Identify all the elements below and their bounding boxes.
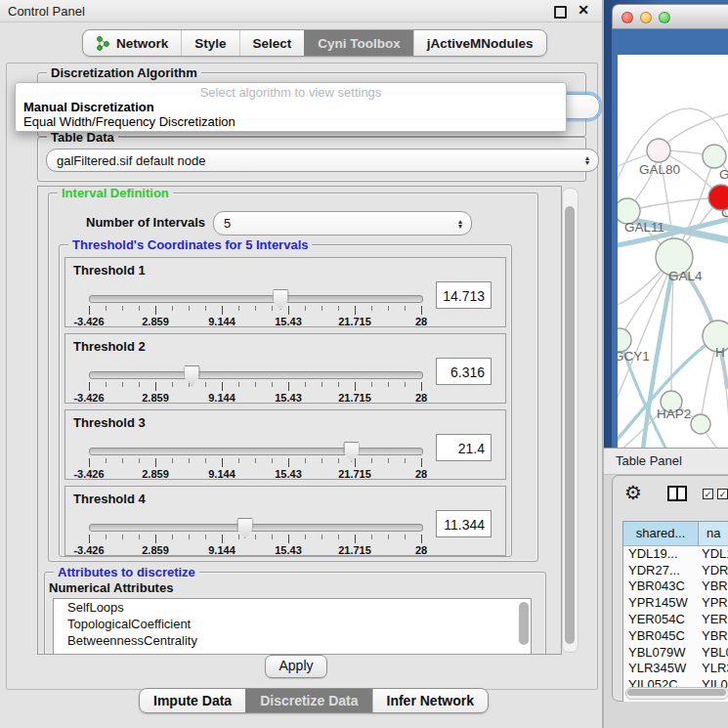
cell-shared-name[interactable]: YBR043C <box>623 578 698 593</box>
cell-shared-name[interactable]: YPR145W <box>623 595 698 610</box>
tick-mark <box>272 382 273 387</box>
tick-mark <box>255 535 256 539</box>
cell-name[interactable]: YDL1 <box>698 546 728 561</box>
dropdown-option-equal-width-frequency[interactable]: Equal Width/Frequency Discretization <box>16 114 566 129</box>
network-node-label: GAL4 <box>668 269 703 283</box>
tick-mark <box>122 458 123 463</box>
content-scrollbar[interactable] <box>562 188 578 653</box>
tab-infer-network[interactable]: Infer Network <box>372 689 488 712</box>
threshold-slider[interactable]: -3.4262.8599.14415.4321.71528 <box>89 518 421 553</box>
slider-ticks <box>89 535 421 543</box>
threshold-value-field[interactable]: 6.316 <box>436 358 492 385</box>
cell-name[interactable]: YBR0 <box>698 578 728 593</box>
control-panel: Control Panel ✕ Network Style Select Cyn… <box>0 0 602 728</box>
threshold-slider[interactable]: -3.4262.8599.14415.4321.71528 <box>89 365 421 401</box>
attribute-item[interactable]: SelfLoops <box>54 599 531 616</box>
table-row[interactable]: YPR145WYPR1 <box>623 594 728 611</box>
tick-label: -3.426 <box>73 468 104 480</box>
numerical-attributes-list[interactable]: SelfLoopsTopologicalCoefficientBetweenne… <box>53 598 532 655</box>
cell-name[interactable]: YER0 <box>698 612 728 626</box>
network-node[interactable] <box>703 145 726 168</box>
list-scrollbar[interactable] <box>519 602 529 645</box>
minimize-traffic-light-icon[interactable] <box>640 12 652 23</box>
zoom-traffic-light-icon[interactable] <box>659 12 670 23</box>
tab-discretize-data[interactable]: Discretize Data <box>245 689 371 712</box>
threshold-value-field[interactable]: 21.4 <box>436 434 492 461</box>
tick-mark <box>106 382 107 387</box>
interval-definition-group: Interval Definition Number of Intervals … <box>48 193 538 562</box>
cell-shared-name[interactable]: YDR27... <box>623 563 698 578</box>
spinner-arrows-icon[interactable]: ▴▾ <box>458 219 462 229</box>
threshold-value-field[interactable]: 14.713 <box>436 281 492 309</box>
bottom-tab-strip: Impute Data Discretize Data Infer Networ… <box>139 688 489 713</box>
tab-select[interactable]: Select <box>239 30 305 56</box>
network-canvas[interactable]: GAL80GACGAL11GAL4GCY1HHAP2 <box>618 55 728 463</box>
cell-name[interactable]: YBL0 <box>698 645 728 660</box>
tick-label: -3.426 <box>73 316 104 327</box>
table-row[interactable]: YBR043CYBR0 <box>623 578 728 595</box>
table-horizontal-scrollbar[interactable] <box>625 687 728 700</box>
scrollbar-thumb[interactable] <box>627 689 726 696</box>
cell-shared-name[interactable]: YBL079W <box>623 645 698 660</box>
dropdown-option-manual-discretization[interactable]: Manual Discretization <box>16 100 566 114</box>
tick-mark <box>89 535 90 543</box>
thresholds-group: Threshold's Coordinates for 5 Intervals … <box>59 244 512 557</box>
select-all-checkbox-icon[interactable]: ✓ <box>703 489 713 499</box>
tick-mark <box>172 458 173 463</box>
threshold-slider[interactable]: -3.4262.8599.14415.4321.71528 <box>89 442 421 477</box>
cell-shared-name[interactable]: YER054C <box>623 612 698 626</box>
apply-button[interactable]: Apply <box>265 655 327 678</box>
table-row[interactable]: YLR345WYLR3 <box>623 661 728 677</box>
tick-mark <box>155 306 156 315</box>
scrollbar-thumb[interactable] <box>565 206 575 644</box>
table-row[interactable]: YER054CYER0 <box>623 611 728 627</box>
network-edge[interactable] <box>627 197 721 211</box>
network-node[interactable] <box>691 414 710 434</box>
table-row[interactable]: YDR27...YDR2 <box>623 562 728 578</box>
float-window-icon[interactable] <box>554 6 567 19</box>
tick-mark <box>89 382 90 391</box>
tick-mark <box>288 535 289 543</box>
tab-jactivemnodules[interactable]: jActiveMNodules <box>413 30 546 56</box>
columns-icon[interactable] <box>667 486 687 501</box>
tab-network[interactable]: Network <box>83 30 181 56</box>
gear-icon[interactable]: ⚙ <box>624 481 642 504</box>
threshold-value-field[interactable]: 11.344 <box>436 510 492 537</box>
cell-name[interactable]: YDR2 <box>698 563 728 578</box>
tab-style[interactable]: Style <box>181 30 238 56</box>
table-rows: YDL19...YDL1YDR27...YDR2YBR043CYBR0YPR14… <box>623 545 728 688</box>
table-row[interactable]: YDL19...YDL1 <box>623 545 728 562</box>
table-row[interactable]: YBL079WYBL0 <box>623 644 728 661</box>
slider-track[interactable] <box>89 524 423 532</box>
close-icon[interactable]: ✕ <box>578 2 589 18</box>
network-node[interactable] <box>647 139 670 162</box>
column-header-shared-name[interactable]: shared... <box>623 522 699 545</box>
tick-mark <box>355 382 356 391</box>
column-header-name[interactable]: na <box>699 522 728 545</box>
slider-track[interactable] <box>89 371 423 379</box>
tab-cyni-toolbox[interactable]: Cyni Toolbox <box>304 30 413 56</box>
cell-shared-name[interactable]: YBR045C <box>623 628 698 643</box>
select-none-checkbox-icon[interactable]: ✓ <box>717 489 728 499</box>
cell-shared-name[interactable]: YDL19... <box>623 546 698 561</box>
attribute-item[interactable]: BetweennessCentrality <box>54 632 531 649</box>
slider-track[interactable] <box>89 295 423 303</box>
tick-mark <box>338 382 339 387</box>
table-data-combobox[interactable]: galFiltered.sif default node ▴▾ <box>46 149 599 172</box>
cell-shared-name[interactable]: YLR345W <box>623 661 698 675</box>
close-traffic-light-icon[interactable] <box>621 12 633 23</box>
tick-mark <box>139 535 140 539</box>
attribute-item[interactable]: TopologicalCoefficient <box>54 616 531 632</box>
cell-name[interactable]: YPR1 <box>698 595 728 610</box>
slider-track[interactable] <box>89 448 423 455</box>
table-row[interactable]: YBR045CYBR0 <box>623 627 728 644</box>
cell-name[interactable]: YLR3 <box>698 661 728 675</box>
cell-name[interactable]: YBR0 <box>698 628 728 643</box>
network-window-titlebar[interactable] <box>612 4 728 29</box>
number-of-intervals-combobox[interactable]: 5 ▴▾ <box>213 211 472 236</box>
tick-mark <box>321 535 322 539</box>
tick-mark <box>405 535 406 539</box>
threshold-slider[interactable]: -3.4262.8599.14415.4321.71528 <box>89 289 421 324</box>
tab-impute-data[interactable]: Impute Data <box>140 689 245 712</box>
spinner-arrows-icon[interactable]: ▴▾ <box>585 155 589 165</box>
